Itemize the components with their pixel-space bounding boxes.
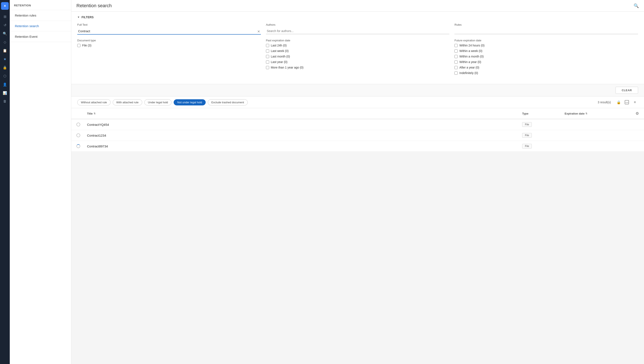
future-exp-after-year-label: After a year (0) <box>459 66 479 69</box>
tag-not-under-hold[interactable]: Not under legal hold <box>174 99 206 106</box>
sidebar-icon-grid[interactable]: ⊞ <box>1 13 9 20</box>
future-exp-week-checkbox[interactable] <box>454 50 458 52</box>
past-exp-over-year-checkbox[interactable] <box>266 66 269 69</box>
content-area: ▼ FILTERS Full Text ✕ Authors Rules <box>71 12 644 364</box>
list-view-icon[interactable]: ≡ <box>632 99 638 106</box>
tag-under-hold[interactable]: Under legal hold <box>144 99 172 106</box>
past-exp-week-label: Last week (0) <box>271 49 289 52</box>
authors-label: Authors <box>266 23 450 26</box>
expiration-sort-icon[interactable]: ⇅ <box>585 112 587 115</box>
row-radio-1[interactable] <box>77 134 80 137</box>
col-title-label: Title <box>87 112 93 115</box>
tag-exclude-trashed[interactable]: Exclude trashed document <box>208 99 248 106</box>
results-table: Title ⇅ Type Expiration date ⇅ ⚙ Contrac… <box>71 108 644 152</box>
filter-doctype-group: Document type File (3) <box>77 39 261 75</box>
filters-header[interactable]: ▼ FILTERS <box>77 16 638 19</box>
clear-button[interactable]: CLEAR <box>615 87 638 94</box>
future-exp-24h-label: Within 24 hours (0) <box>459 44 484 47</box>
future-exp-after-year-checkbox[interactable] <box>454 66 458 69</box>
nav-header: RETENTION <box>10 0 71 10</box>
doctype-checkboxes: File (3) <box>77 44 261 47</box>
past-exp-year-checkbox[interactable] <box>266 60 269 64</box>
chevron-down-icon: ▼ <box>77 16 80 19</box>
sidebar-icon-search[interactable]: 🔍 <box>1 30 9 37</box>
nav-item-retention-rules[interactable]: Retention rules <box>10 10 71 21</box>
action-bar: CLEAR <box>71 84 644 96</box>
col-type-label: Type <box>522 112 528 115</box>
lock-view-icon[interactable]: 🔒 <box>615 99 622 106</box>
future-exp-indefinitely-checkbox[interactable] <box>454 72 458 75</box>
past-exp-month-checkbox[interactable] <box>266 55 269 58</box>
row-type-0: File <box>522 122 565 127</box>
past-exp-24h: Last 24h (0) <box>266 44 450 47</box>
past-exp-week-checkbox[interactable] <box>266 50 269 52</box>
past-exp-24h-checkbox[interactable] <box>266 44 269 47</box>
future-exp-month-checkbox[interactable] <box>454 55 458 58</box>
sidebar-icon-clipboard[interactable]: 📋 <box>1 47 9 54</box>
row-title-0[interactable]: ContractYQ454 <box>87 123 522 126</box>
authors-input[interactable] <box>266 28 450 34</box>
nav-item-retention-event[interactable]: Retention Event <box>10 32 71 42</box>
row-type-2: File <box>522 144 565 148</box>
past-exp-over-year: More than 1 year ago (0) <box>266 66 450 69</box>
future-exp-year-checkbox[interactable] <box>454 60 458 64</box>
future-exp-after-year: After a year (0) <box>454 66 638 69</box>
tag-without-rule[interactable]: Without attached rule <box>77 99 111 106</box>
future-exp-year-label: Within a year (0) <box>459 60 481 64</box>
past-exp-over-year-label: More than 1 year ago (0) <box>271 66 304 69</box>
sidebar-icon-retention[interactable]: 🔒 <box>1 64 9 71</box>
row-radio-2[interactable] <box>77 144 80 148</box>
filters-section: ▼ FILTERS Full Text ✕ Authors Rules <box>71 12 644 84</box>
sidebar-icon-history[interactable]: ↺ <box>1 21 9 29</box>
col-header-expiration[interactable]: Expiration date ⇅ <box>565 112 628 115</box>
fulltext-input[interactable] <box>77 28 261 34</box>
nav-panel: RETENTION Retention rules Retention sear… <box>10 0 71 364</box>
future-exp-indefinitely: Indefinitely (0) <box>454 71 638 75</box>
future-exp-indefinitely-label: Indefinitely (0) <box>459 71 478 75</box>
past-exp-24h-label: Last 24h (0) <box>271 44 287 47</box>
future-exp-checkboxes: Within 24 hours (0) Within a week (0) Wi… <box>454 44 638 75</box>
csv-view-icon[interactable]: CSV <box>624 99 630 106</box>
filter-future-exp-group: Future expiration date Within 24 hours (… <box>454 39 638 75</box>
future-exp-month-label: Within a month (0) <box>459 55 483 58</box>
col-header-type: Type <box>522 112 565 115</box>
past-exp-week: Last week (0) <box>266 49 450 52</box>
future-exp-week: Within a week (0) <box>454 49 638 52</box>
sidebar-icon-user[interactable]: 👤 <box>1 80 9 88</box>
doctype-file-checkbox[interactable] <box>77 44 81 47</box>
topbar-search-icon[interactable]: 🔍 <box>633 3 639 8</box>
filter-fulltext-group: Full Text ✕ <box>77 23 261 34</box>
sidebar-icon-trash[interactable]: 🗑 <box>1 98 9 105</box>
filter-rules-group: Rules <box>454 23 638 34</box>
sidebar-icon-diagram[interactable]: ◇ <box>1 38 9 46</box>
future-exp-24h: Within 24 hours (0) <box>454 44 638 47</box>
doctype-file-label: File (3) <box>82 44 92 47</box>
future-exp-24h-checkbox[interactable] <box>454 44 458 47</box>
type-badge-2: File <box>522 144 532 148</box>
fulltext-label: Full Text <box>77 23 261 26</box>
tags-bar: Without attached rule With attached rule… <box>71 96 644 108</box>
app-logo[interactable]: ✕ <box>1 2 9 10</box>
row-title-2[interactable]: Contract89734 <box>87 144 522 148</box>
sidebar-icon-network[interactable]: ⬡ <box>1 72 9 80</box>
view-icons: 🔒 CSV ≡ <box>615 99 638 106</box>
row-type-1: File <box>522 133 565 138</box>
title-sort-icon[interactable]: ⇅ <box>94 112 96 115</box>
future-exp-month: Within a month (0) <box>454 55 638 58</box>
table-row: Contract1234 File <box>71 130 644 141</box>
doctype-file-item: File (3) <box>77 44 261 47</box>
past-exp-month-label: Last month (0) <box>271 55 290 58</box>
sidebar-icon-report[interactable]: 📊 <box>1 89 9 97</box>
table-settings-icon[interactable]: ⚙ <box>635 111 639 116</box>
past-exp-checkboxes: Last 24h (0) Last week (0) Last month (0… <box>266 44 450 69</box>
top-bar: Retention search 🔍 <box>71 0 644 12</box>
rules-input[interactable] <box>454 28 638 34</box>
nav-item-retention-search[interactable]: Retention search <box>10 21 71 32</box>
filter-row-1: Full Text ✕ Authors Rules <box>77 23 638 34</box>
col-header-title[interactable]: Title ⇅ <box>87 112 522 115</box>
tag-with-rule[interactable]: With attached rule <box>113 99 142 106</box>
sidebar-icon-star[interactable]: ★ <box>1 55 9 63</box>
fulltext-clear-button[interactable]: ✕ <box>257 29 260 33</box>
row-title-1[interactable]: Contract1234 <box>87 134 522 137</box>
row-radio-0[interactable] <box>77 122 80 126</box>
